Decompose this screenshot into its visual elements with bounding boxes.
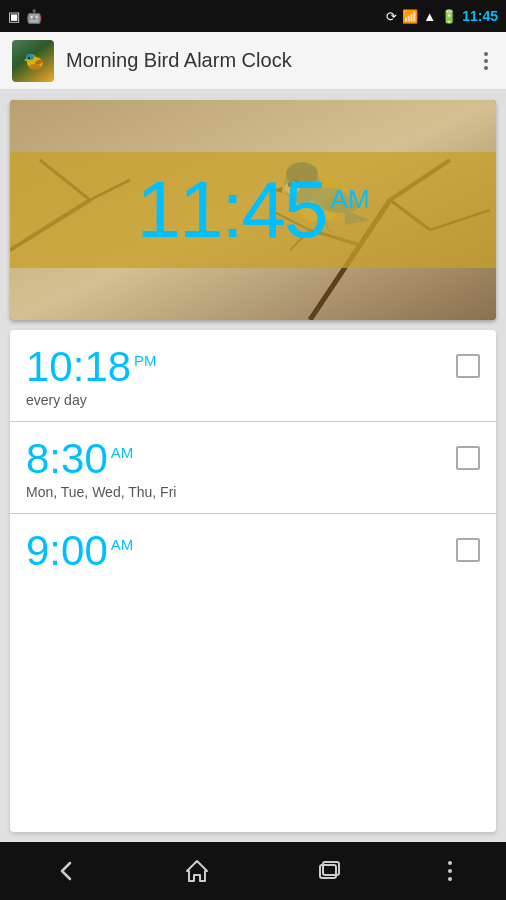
signal-icon: ▲ [423,9,436,24]
app-title: Morning Bird Alarm Clock [66,49,478,72]
status-time: 11:45 [462,8,498,24]
alarm-time-2: 8:30 [26,436,108,482]
clock-widget[interactable]: 11:45 AM [10,100,496,320]
recent-apps-button[interactable] [295,849,363,893]
alarm-time-row-1: 10:18 PM [26,344,157,390]
back-button[interactable] [32,849,100,893]
alarm-time-row-2: 8:30 AM [26,436,176,482]
svg-point-5 [28,57,30,59]
svg-point-38 [448,861,452,865]
svg-point-39 [448,869,452,873]
alarm-time-1: 10:18 [26,344,131,390]
clock-time: 11:45 [136,170,326,250]
alarm-time-row-3: 9:00 AM [26,528,133,574]
app-icon [12,40,54,82]
alarm-info-2: 8:30 AM Mon, Tue, Wed, Thu, Fri [26,436,176,500]
alarm-checkbox-1[interactable] [456,354,480,378]
alarm-info-3: 9:00 AM [26,528,133,576]
overflow-dot-2 [484,59,488,63]
overflow-dot-3 [484,66,488,70]
status-bar: ▣ 🤖 ⟳ 📶 ▲ 🔋 11:45 [0,0,506,32]
alarm-time-3: 9:00 [26,528,108,574]
svg-marker-6 [24,59,26,61]
screenshot-icon: ▣ [8,9,20,24]
battery-icon: 🔋 [441,9,457,24]
svg-point-40 [448,877,452,881]
time-overlay: 11:45 AM [10,152,496,268]
svg-point-2 [26,54,34,60]
overflow-menu-button[interactable] [478,44,494,78]
nav-overflow-button[interactable] [426,849,474,893]
svg-point-3 [29,64,41,70]
alarm-item-3[interactable]: 9:00 AM [10,514,496,590]
alarm-checkbox-2[interactable] [456,446,480,470]
alarm-ampm-2: AM [111,444,134,461]
svg-marker-35 [187,861,207,881]
home-button[interactable] [163,849,231,893]
alarm-checkbox-3[interactable] [456,538,480,562]
alarm-days-2: Mon, Tue, Wed, Thu, Fri [26,484,176,500]
overflow-dot-1 [484,52,488,56]
android-icon: 🤖 [26,9,42,24]
alarm-days-1: every day [26,392,157,408]
alarm-item[interactable]: 10:18 PM every day [10,330,496,422]
alarm-item-2[interactable]: 8:30 AM Mon, Tue, Wed, Thu, Fri [10,422,496,514]
bottom-nav [0,842,506,900]
alarm-info-1: 10:18 PM every day [26,344,157,408]
app-bar: Morning Bird Alarm Clock [0,32,506,90]
rotate-icon: ⟳ [386,9,397,24]
alarm-ampm-3: AM [111,536,134,553]
status-bar-left: ▣ 🤖 [8,9,42,24]
status-bar-right: ⟳ 📶 ▲ 🔋 11:45 [386,8,498,24]
main-content: 11:45 AM 10:18 PM every day 8:30 AM [0,90,506,842]
app-icon-inner [12,40,54,82]
alarm-ampm-1: PM [134,352,157,369]
clock-ampm: AM [331,184,370,215]
wifi-icon: 📶 [402,9,418,24]
alarms-list: 10:18 PM every day 8:30 AM Mon, Tue, Wed… [10,330,496,832]
bird-background: 11:45 AM [10,100,496,320]
